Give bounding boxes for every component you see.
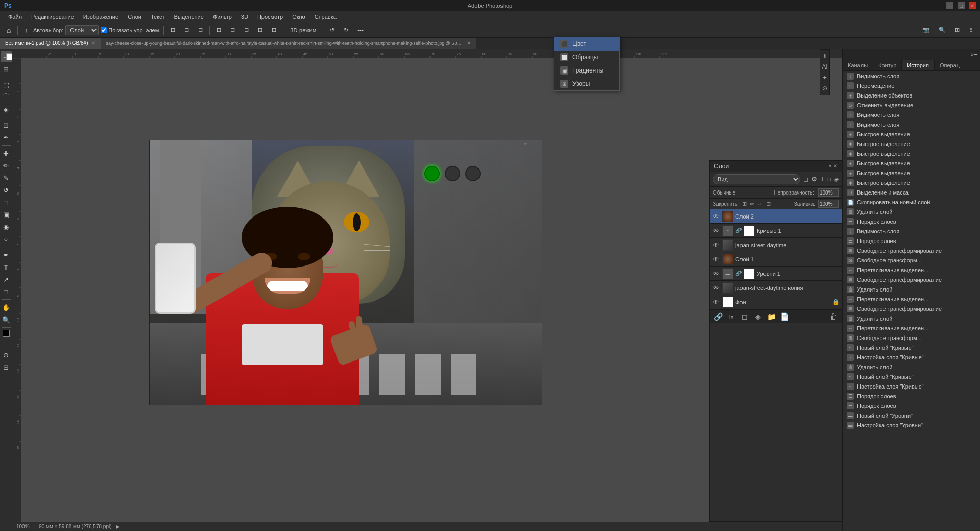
history-item-35[interactable]: ☰ Порядок слоев (843, 401, 980, 411)
tab-operations[interactable]: Операц (935, 60, 965, 71)
lock-artboards-btn[interactable]: ⊡ (766, 201, 771, 207)
history-item-33[interactable]: ~ Настройка слоя "Кривые" (843, 381, 980, 391)
history-item-36[interactable]: ▬ Новый слой "Уровни" (843, 411, 980, 420)
dropdown-item-gradients[interactable]: ▣ Градиенты (554, 64, 619, 77)
history-item-28[interactable]: ⊠ Свободное трансформ... (843, 333, 980, 343)
rectangle-tool[interactable]: □ (1, 286, 12, 297)
search-toolbar-btn[interactable]: 🔍 (935, 25, 949, 35)
layer-link-btn[interactable]: 🔗 (713, 311, 723, 322)
3d-mode-btn[interactable]: 3D-режим (286, 26, 320, 35)
history-item-8[interactable]: ◈ Быстрое выделение (843, 139, 980, 149)
ai-gen-btn[interactable]: ✦ (820, 73, 829, 82)
pen-tool[interactable]: ✒ (1, 249, 12, 260)
layer-row-japan[interactable]: 👁 japan-street-daytime (710, 238, 842, 252)
layer-group-btn[interactable]: 📁 (766, 311, 776, 322)
tab-channels[interactable]: Каналы (843, 60, 873, 71)
home-button[interactable]: ⌂ (3, 25, 14, 36)
ai-select-btn[interactable]: ⊙ (820, 84, 829, 93)
history-item-9[interactable]: ◈ Быстрое выделение (843, 149, 980, 158)
title-bar-controls[interactable]: ─ □ ✕ (946, 2, 976, 9)
tab-1-close[interactable]: ✕ (91, 40, 95, 46)
layer-row-urovni1[interactable]: 👁 ▬ 🔗 Уровни 1 (710, 267, 842, 281)
align-left[interactable]: ⊟ (167, 25, 179, 35)
ai-info-btn[interactable]: ℹ (820, 52, 829, 61)
history-item-16[interactable]: ☰ Порядок слоев (843, 216, 980, 226)
history-item-20[interactable]: ⊠ Свободное трансформ... (843, 255, 980, 265)
fill-input[interactable] (818, 200, 839, 208)
text-tool[interactable]: T (1, 261, 12, 273)
blur-tool[interactable]: ◉ (1, 221, 12, 232)
dropdown-item-samples[interactable]: ⬜ Образцы (554, 51, 619, 64)
marquee-tool[interactable]: ⬚ (1, 79, 12, 90)
history-item-1[interactable]: ↕ Видимость слоя (843, 71, 980, 81)
history-item-5[interactable]: ↕ Видимость слоя (843, 110, 980, 119)
history-item-11[interactable]: ◈ Быстрое выделение (843, 168, 980, 178)
menu-layers[interactable]: Слои (124, 13, 146, 21)
history-item-34[interactable]: ☰ Порядок слоев (843, 391, 980, 401)
layer-filter-adjustment[interactable]: ⚙ (811, 176, 817, 183)
menu-view[interactable]: Просмотр (253, 13, 287, 21)
menu-text[interactable]: Текст (147, 13, 169, 21)
path-select-tool[interactable]: ↗ (1, 274, 12, 285)
ai-tool-btn[interactable]: AI (820, 62, 829, 71)
artboard-tool[interactable]: ⊞ (1, 63, 12, 75)
show-transform-label[interactable]: Показать упр. элем. (101, 27, 160, 33)
history-item-13[interactable]: ⊡ Выделение и маска (843, 187, 980, 197)
dropdown-item-color[interactable]: ⬛ Цвет (554, 37, 619, 51)
autofill-select[interactable]: Слой Группа (65, 25, 99, 35)
layer-vis-japan-copy[interactable]: 👁 (712, 284, 720, 292)
layer-mask-btn[interactable]: ◻ (739, 311, 750, 322)
brush-tool[interactable]: ✏ (1, 160, 12, 171)
layer-row-krivye1[interactable]: 👁 ~ 🔗 Кривые 1 (710, 224, 842, 238)
delete-layer-btn[interactable]: 🗑 (828, 311, 839, 322)
gradient-tool[interactable]: ▣ (1, 209, 12, 220)
workspace-btn[interactable]: ⊞ (951, 25, 963, 35)
status-arrow[interactable]: ▶ (116, 524, 120, 529)
hand-tool[interactable]: ✋ (1, 302, 12, 313)
quick-mask-btn[interactable]: ⊙ (1, 349, 12, 360)
history-item-7[interactable]: ◈ Быстрое выделение (843, 129, 980, 139)
history-item-26[interactable]: 🗑 Удалить слой (843, 313, 980, 323)
align-bottom[interactable]: ⊟ (241, 25, 252, 35)
align-center-v[interactable]: ⊟ (181, 25, 193, 35)
quick-select-tool[interactable]: ◈ (1, 104, 12, 115)
history-item-32[interactable]: ~ Новый слой "Кривые" (843, 372, 980, 381)
layer-filter-pixel[interactable]: ◻ (803, 176, 808, 183)
history-item-19[interactable]: ⊠ Свободное трансформирование (843, 246, 980, 255)
history-item-18[interactable]: ☰ Порядок слоев (843, 236, 980, 246)
eyedropper-tool[interactable]: ✒ (1, 132, 12, 143)
extras-btn[interactable]: ••• (354, 26, 367, 35)
menu-select[interactable]: Выделение (170, 13, 208, 21)
layer-vis-krivye1[interactable]: 👁 (712, 227, 720, 235)
history-item-30[interactable]: ~ Настройка слоя "Кривые" (843, 352, 980, 362)
layer-filter-smart[interactable]: ◈ (834, 176, 839, 183)
history-item-31[interactable]: 🗑 Удалить слой (843, 362, 980, 372)
layers-kind-filter[interactable]: Вид Тип Имя (713, 174, 800, 184)
history-item-22[interactable]: ⊠ Свободное трансформирование (843, 275, 980, 284)
history-item-3[interactable]: ◈ Выделение объектов (843, 90, 980, 100)
tab-2[interactable]: say-cheese-close-up-young-beautiful-dark… (101, 38, 476, 49)
tab-history[interactable]: История (902, 60, 935, 71)
menu-file[interactable]: Файл (4, 13, 26, 21)
history-item-6[interactable]: ↕ Видимость слоя (843, 119, 980, 129)
lock-image-btn[interactable]: ✏ (750, 201, 754, 207)
tab-2-close[interactable]: ✕ (467, 40, 471, 46)
dodge-tool[interactable]: ○ (1, 233, 12, 245)
history-item-4[interactable]: ⊙ Отменить выделение (843, 100, 980, 110)
align-top[interactable]: ⊟ (213, 25, 225, 35)
layer-vis-sloy1[interactable]: 👁 (712, 255, 720, 263)
menu-edit[interactable]: Редактирование (27, 13, 78, 21)
history-item-37[interactable]: ▬ Настройка слоя "Уровни" (843, 420, 980, 430)
layer-adjustment-btn[interactable]: ◈ (753, 311, 763, 322)
layer-vis-japan[interactable]: 👁 (712, 241, 720, 249)
layer-row-japan-copy[interactable]: 👁 japan-street-daytime копия (710, 281, 842, 295)
foreground-color-swatch[interactable] (3, 330, 10, 337)
layer-row-sloy2[interactable]: 👁 Слой 2 (710, 209, 842, 224)
share-btn[interactable]: ⇪ (965, 25, 977, 35)
move-tool-btn[interactable]: ↕ (21, 26, 31, 35)
layer-row-sloy1[interactable]: 👁 Слой 1 (710, 252, 842, 267)
show-transform-checkbox[interactable] (101, 27, 107, 33)
maximize-btn[interactable]: □ (958, 2, 965, 9)
history-item-23[interactable]: 🗑 Удалить слой (843, 284, 980, 294)
lock-position-btn[interactable]: ↔ (757, 201, 763, 207)
